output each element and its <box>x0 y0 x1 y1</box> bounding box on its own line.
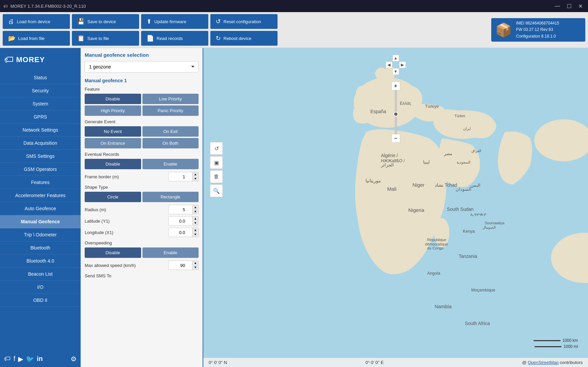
sidebar-item-security[interactable]: Security <box>0 84 81 97</box>
youtube-icon[interactable]: ▶ <box>18 355 23 363</box>
max-speed-input-wrapper: ▲ ▼ <box>168 261 199 270</box>
sidebar-item-io[interactable]: I/O <box>0 281 81 294</box>
frame-border-decrement[interactable]: ▼ <box>192 177 198 181</box>
reset-config-button[interactable]: ↺ Reset configuration <box>210 14 278 29</box>
map-tool-search-button[interactable]: 🔍 <box>210 184 223 197</box>
linkedin-icon[interactable]: in <box>37 355 43 363</box>
svg-text:الجزائر: الجزائر <box>381 163 394 168</box>
sidebar-item-data-acquisition[interactable]: Data Acquisition <box>0 137 81 150</box>
max-speed-input[interactable] <box>169 262 192 269</box>
morey-footer-icon[interactable]: 🏷 <box>4 355 11 363</box>
scale-mi-line <box>535 346 561 347</box>
sidebar-item-accelerometer-features[interactable]: Accelerometer Features <box>0 189 81 202</box>
scale-mi-label: 1000 mi <box>563 344 578 349</box>
svg-text:السودان: السودان <box>456 187 471 192</box>
sidebar-item-system[interactable]: System <box>0 97 81 110</box>
map-lat-coords: 0° 0' 0'' N <box>209 360 227 365</box>
sidebar-item-manual-geofence[interactable]: Manual Geofence <box>0 215 81 228</box>
map-tool-delete-button[interactable]: 🗑 <box>210 170 223 183</box>
zoom-slider-thumb[interactable] <box>393 112 398 117</box>
sidebar-item-obd-ii[interactable]: OBD II <box>0 294 81 307</box>
max-speed-decrement[interactable]: ▼ <box>192 265 198 270</box>
update-firmware-button[interactable]: ⬆ Update firmware <box>141 14 208 29</box>
map-nav-up-button[interactable]: ▲ <box>392 55 399 61</box>
feature-high-priority-button[interactable]: High Priority <box>85 105 141 116</box>
eventual-enable-button[interactable]: Enable <box>142 159 199 169</box>
event-no-event-button[interactable]: No Event <box>85 126 141 137</box>
latitude-increment[interactable]: ▲ <box>192 217 198 221</box>
zoom-slider-track[interactable] <box>395 90 397 134</box>
event-on-exit-button[interactable]: On Exit <box>142 126 199 137</box>
scale-km-label: 1000 km <box>562 338 578 343</box>
zoom-in-button[interactable]: + <box>391 82 400 90</box>
svg-text:ايران: ايران <box>463 127 471 131</box>
event-on-entrance-button[interactable]: On Entrance <box>85 138 141 148</box>
map-tool-rotate-button[interactable]: ↺ <box>210 142 223 155</box>
zoom-out-button[interactable]: − <box>391 134 400 143</box>
settings-icon[interactable]: ⚙ <box>71 355 77 363</box>
sidebar-item-gsm-operators[interactable]: GSM Operators <box>0 163 81 176</box>
max-speed-increment[interactable]: ▲ <box>192 261 198 265</box>
frame-border-input[interactable] <box>169 173 192 181</box>
eventual-disable-button[interactable]: Disable <box>85 159 141 169</box>
reboot-device-button[interactable]: ↻ Reboot device <box>210 31 278 46</box>
read-records-button[interactable]: 📄 Read records <box>141 31 208 46</box>
sidebar-item-status[interactable]: Status <box>0 71 81 84</box>
maximize-button[interactable]: ☐ <box>565 2 574 10</box>
load-device-icon: 🖨 <box>8 18 14 25</box>
map-nav-right-button[interactable]: ▶ <box>399 61 406 68</box>
longitude-decrement[interactable]: ▼ <box>192 232 198 237</box>
sidebar-item-trip-odometer[interactable]: Trip \ Odometer <box>0 228 81 241</box>
update-firmware-label: Update firmware <box>154 19 186 24</box>
svg-text:ኢትዮጵያ: ኢትዮጵያ <box>470 212 486 217</box>
event-on-both-button[interactable]: On Both <box>142 138 199 148</box>
sidebar-item-beacon-list[interactable]: Beacon List <box>0 268 81 281</box>
minimize-button[interactable]: — <box>553 2 562 10</box>
load-device-button[interactable]: 🖨 Load from device <box>3 14 70 29</box>
map-nav-down-button[interactable]: ▼ <box>392 68 399 75</box>
map-tool-select-button[interactable]: ▣ <box>210 156 223 169</box>
feature-panic-priority-button[interactable]: Panic Priority <box>142 105 199 116</box>
save-file-button[interactable]: 📋 Save to file <box>72 31 139 46</box>
frame-border-increment[interactable]: ▲ <box>192 172 198 177</box>
save-device-label: Save to device <box>87 19 116 24</box>
sidebar-item-bluetooth[interactable]: Bluetooth <box>0 241 81 255</box>
frame-border-row: Frame border (m) ▲ ▼ <box>85 172 199 181</box>
panel-scroll-area[interactable]: Manual geofence selection 1 geozone 2 ge… <box>81 48 203 367</box>
save-device-button[interactable]: 💾 Save to device <box>72 14 139 29</box>
osm-link[interactable]: OpenStreetMap <box>528 360 559 365</box>
radius-increment[interactable]: ▲ <box>192 205 198 210</box>
radius-input[interactable] <box>169 206 192 214</box>
load-file-button[interactable]: 📂 Load from file <box>3 31 70 46</box>
svg-text:South Sudan: South Sudan <box>447 207 474 212</box>
shape-circle-button[interactable]: Circle <box>85 192 141 202</box>
svg-text:Kenya: Kenya <box>463 229 475 234</box>
sidebar-item-gprs[interactable]: GPRS <box>0 110 81 124</box>
overspeeding-disable-button[interactable]: Disable <box>85 247 141 258</box>
feature-disable-button[interactable]: Disable <box>85 94 141 104</box>
shape-rectangle-button[interactable]: Rectangle <box>142 192 199 202</box>
feature-low-priority-button[interactable]: Low Priority <box>142 94 199 104</box>
svg-text:Ελλάς: Ελλάς <box>400 101 411 106</box>
twitter-icon[interactable]: 🐦 <box>26 355 34 363</box>
svg-text:اليمن: اليمن <box>470 183 480 188</box>
longitude-row: Longitude (X1) ▲ ▼ <box>85 228 199 237</box>
geofence-select[interactable]: 1 geozone 2 geozones 3 geozones 4 geozon… <box>85 61 199 73</box>
window-controls[interactable]: — ☐ ✕ <box>553 2 585 10</box>
facebook-icon[interactable]: f <box>13 355 15 363</box>
latitude-input[interactable] <box>169 217 192 225</box>
radius-decrement[interactable]: ▼ <box>192 210 198 214</box>
sidebar-item-auto-geofence[interactable]: Auto Geofence <box>0 202 81 215</box>
latitude-decrement[interactable]: ▼ <box>192 221 198 225</box>
sidebar-item-network-settings[interactable]: Network Settings <box>0 124 81 137</box>
longitude-increment[interactable]: ▲ <box>192 228 198 232</box>
eventual-records-btn-group: Disable Enable <box>85 159 199 169</box>
close-button[interactable]: ✕ <box>576 2 585 10</box>
longitude-input[interactable] <box>169 229 192 236</box>
svg-text:España: España <box>371 109 386 114</box>
sidebar-item-features[interactable]: Features <box>0 176 81 189</box>
sidebar-item-bluetooth-4[interactable]: Bluetooth 4.0 <box>0 255 81 268</box>
sidebar-item-sms-settings[interactable]: SMS Settings <box>0 150 81 163</box>
overspeeding-enable-button[interactable]: Enable <box>142 247 199 258</box>
map-nav-left-button[interactable]: ◀ <box>386 61 392 68</box>
